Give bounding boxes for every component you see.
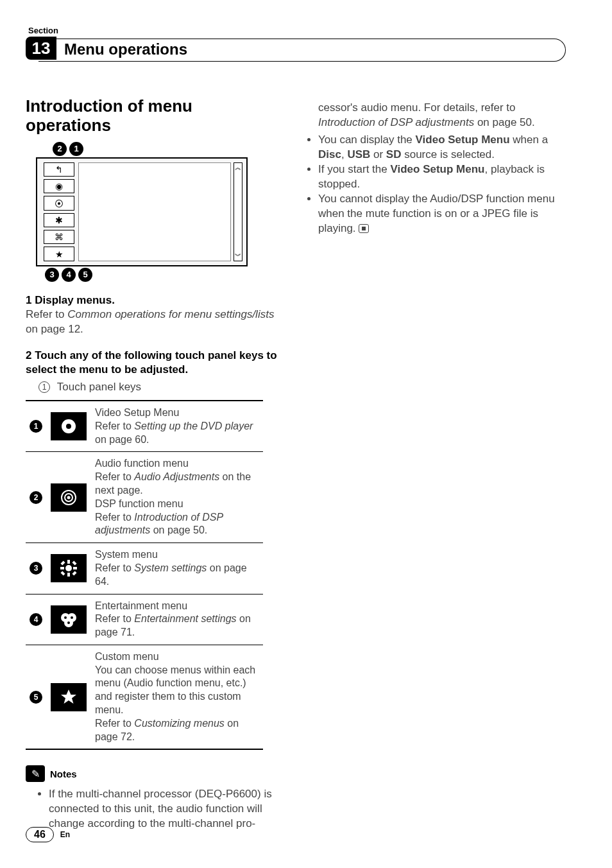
svg-point-17 bbox=[64, 616, 67, 619]
audio-function-icon bbox=[51, 483, 87, 512]
table-row: 2 Audio function menu Refer to Audio Adj… bbox=[26, 452, 263, 543]
row-callout: 3 bbox=[30, 562, 42, 575]
entertainment-menu-icon bbox=[51, 605, 87, 634]
note-item: If you start the Video Setup Menu, playb… bbox=[318, 162, 562, 192]
row-callout: 2 bbox=[30, 491, 42, 504]
table-row: 5 Custom menu You can choose menus withi… bbox=[26, 645, 263, 749]
table-row: 4 Entertainment menu Refer to Entertainm… bbox=[26, 594, 263, 645]
page-number: 46 bbox=[26, 827, 54, 842]
svg-rect-11 bbox=[72, 561, 76, 566]
svg-rect-13 bbox=[72, 571, 76, 576]
fig-content-area bbox=[78, 162, 231, 261]
row-callout: 4 bbox=[30, 613, 42, 626]
svg-rect-8 bbox=[60, 567, 64, 569]
row-desc: Entertainment menu Refer to Entertainmen… bbox=[91, 594, 263, 645]
note-item: If the multi-channel processor (DEQ-P660… bbox=[49, 787, 282, 831]
scroll-down-icon: ︾ bbox=[235, 252, 241, 261]
row-desc: Custom menu You can choose menus within … bbox=[91, 645, 263, 749]
fig-scrollbar: ︽ ︾ bbox=[234, 162, 242, 261]
notes-icon: ✎ bbox=[26, 765, 45, 782]
circled-1-icon: 1 bbox=[38, 381, 50, 393]
svg-rect-10 bbox=[60, 561, 65, 566]
system-menu-icon bbox=[51, 554, 87, 582]
row-callout: 5 bbox=[30, 691, 42, 704]
page-footer: 46 En bbox=[26, 827, 70, 842]
end-of-section-icon bbox=[359, 224, 369, 233]
note-item: You cannot display the Audio/DSP functio… bbox=[318, 192, 562, 236]
notes-heading: Notes bbox=[50, 768, 77, 779]
header-rule bbox=[38, 39, 566, 62]
svg-rect-12 bbox=[60, 571, 65, 576]
row-desc: Video Setup Menu Refer to Setting up the… bbox=[91, 401, 263, 452]
touch-keys-table: 1 Video Setup Menu Refer to Setting up t… bbox=[26, 400, 263, 751]
page-title: Introduction of menu operations bbox=[26, 97, 282, 135]
row-callout: 1 bbox=[30, 420, 42, 433]
table-row: 1 Video Setup Menu Refer to Setting up t… bbox=[26, 401, 263, 452]
section-label: Section bbox=[28, 26, 566, 35]
step-2-sub: 1 Touch panel keys bbox=[26, 381, 282, 394]
callout-5-bot: 5 bbox=[78, 268, 92, 282]
callout-1-top: 1 bbox=[69, 142, 83, 156]
language-label: En bbox=[60, 830, 70, 839]
menu-screen-figure: 2 1 ↰ ◉ ⦿ ✱ ⌘ ★ ︽ ︾ bbox=[36, 142, 248, 282]
svg-point-18 bbox=[71, 616, 73, 619]
svg-point-5 bbox=[65, 565, 72, 571]
step-1-title: 1 Display menus. bbox=[26, 293, 282, 308]
note-item: You can display the Video Setup Menu whe… bbox=[318, 133, 562, 162]
svg-rect-7 bbox=[67, 573, 70, 577]
custom-menu-icon bbox=[51, 683, 87, 711]
step-2-title: 2 Touch any of the following touch panel… bbox=[26, 349, 282, 377]
svg-point-1 bbox=[66, 424, 71, 429]
svg-point-4 bbox=[67, 496, 71, 499]
fig-video-icon: ◉ bbox=[44, 179, 74, 193]
fig-back-icon: ↰ bbox=[44, 162, 74, 177]
svg-point-19 bbox=[67, 621, 70, 624]
callout-2-top: 2 bbox=[53, 142, 67, 156]
fig-audio-icon: ⦿ bbox=[44, 196, 74, 210]
svg-rect-6 bbox=[67, 560, 70, 564]
callout-4-bot: 4 bbox=[62, 268, 76, 282]
fig-custom-icon: ★ bbox=[44, 247, 74, 261]
svg-marker-20 bbox=[61, 690, 76, 704]
fig-system-icon: ✱ bbox=[44, 213, 74, 227]
step-1-body: Refer to Common operations for menu sett… bbox=[26, 308, 282, 337]
row-desc: Audio function menu Refer to Audio Adjus… bbox=[91, 452, 263, 543]
video-setup-icon bbox=[51, 412, 87, 440]
callout-3-bot: 3 bbox=[45, 268, 59, 282]
fig-entertainment-icon: ⌘ bbox=[44, 230, 74, 244]
svg-rect-9 bbox=[73, 567, 77, 569]
row-desc: System menu Refer to System settings on … bbox=[91, 543, 263, 594]
note-continuation: cessor's audio menu. For details, refer … bbox=[305, 101, 562, 130]
table-row: 3 System menu Refer to System settings o… bbox=[26, 543, 263, 594]
scroll-up-icon: ︽ bbox=[235, 163, 241, 172]
